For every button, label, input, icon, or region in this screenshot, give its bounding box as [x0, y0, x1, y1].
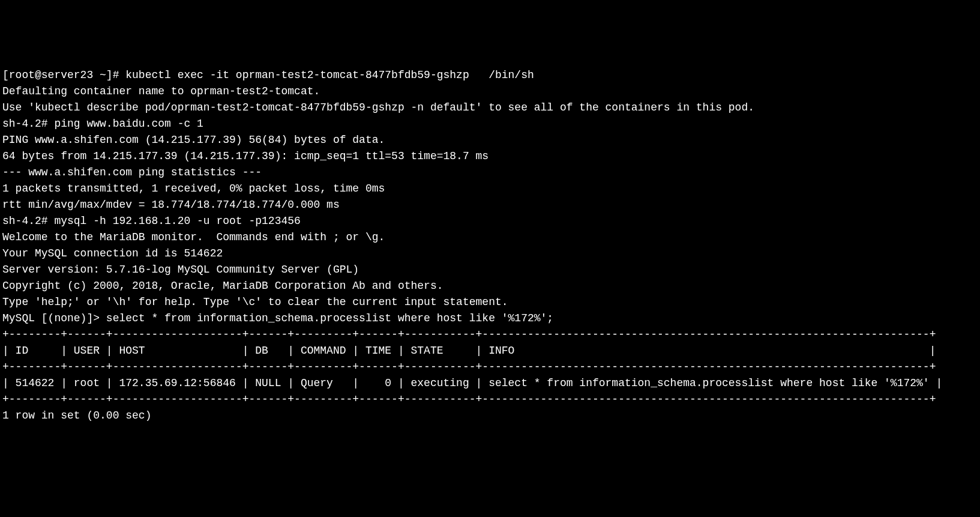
result-summary: 1 row in set (0.00 sec): [2, 408, 978, 424]
shell-prompt-line: sh-4.2# ping www.baidu.com -c 1: [2, 116, 978, 132]
output-line: 64 bytes from 14.215.177.39 (14.215.177.…: [2, 148, 978, 165]
output-line: Copyright (c) 2000, 2018, Oracle, MariaD…: [2, 278, 978, 294]
output-line: rtt min/avg/max/mdev = 18.774/18.774/18.…: [2, 197, 978, 213]
output-line: 1 packets transmitted, 1 received, 0% pa…: [2, 181, 978, 197]
table-header: | ID | USER | HOST | DB | COMMAND | TIME…: [2, 343, 978, 359]
terminal-output[interactable]: [root@server23 ~]# kubectl exec -it oprm…: [2, 67, 978, 424]
shell-prompt-line: sh-4.2# mysql -h 192.168.1.20 -u root -p…: [2, 213, 978, 229]
table-row: | 514622 | root | 172.35.69.12:56846 | N…: [2, 375, 978, 392]
output-line: Server version: 5.7.16-log MySQL Communi…: [2, 262, 978, 278]
output-line: Defaulting container name to oprman-test…: [2, 83, 978, 100]
table-border: +--------+------+--------------------+--…: [2, 392, 978, 408]
output-line: PING www.a.shifen.com (14.215.177.39) 56…: [2, 132, 978, 148]
table-border: +--------+------+--------------------+--…: [2, 327, 978, 343]
output-line: Welcome to the MariaDB monitor. Commands…: [2, 229, 978, 246]
output-line: Use 'kubectl describe pod/oprman-test2-t…: [2, 100, 978, 116]
output-line: Your MySQL connection id is 514622: [2, 246, 978, 262]
output-line: --- www.a.shifen.com ping statistics ---: [2, 165, 978, 181]
output-line: Type 'help;' or '\h' for help. Type '\c'…: [2, 294, 978, 310]
shell-prompt-line: [root@server23 ~]# kubectl exec -it oprm…: [2, 67, 978, 83]
table-border: +--------+------+--------------------+--…: [2, 359, 978, 375]
mysql-prompt-line: MySQL [(none)]> select * from informatio…: [2, 310, 978, 327]
